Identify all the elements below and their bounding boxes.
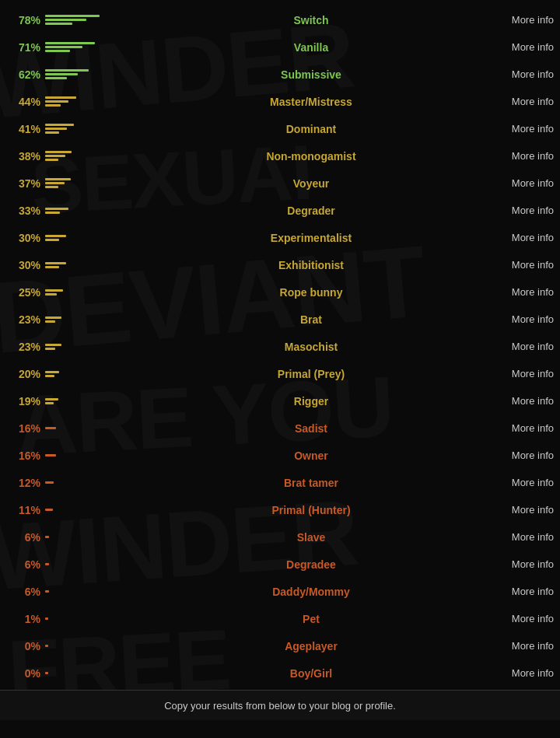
percentage: 1% [6, 613, 45, 625]
table-row: 44%Master/MistressMore info [0, 88, 560, 115]
more-info-button[interactable]: More info [484, 68, 554, 80]
role-label: Ageplayer [138, 640, 484, 652]
bar-line [45, 563, 49, 565]
more-info-button[interactable]: More info [484, 422, 554, 434]
more-info-button[interactable]: More info [484, 586, 554, 597]
role-label: Owner [138, 449, 484, 462]
more-info-button[interactable]: More info [484, 341, 554, 352]
more-info-button[interactable]: More info [484, 259, 554, 271]
bar-line [45, 375, 54, 377]
table-row: 16%OwnerMore info [0, 442, 560, 469]
table-row: 6%DegradeeMore info [0, 551, 560, 578]
bar-container [45, 344, 138, 350]
bar-line [45, 128, 67, 130]
bar-container [45, 509, 138, 511]
percentage: 6% [6, 586, 45, 598]
percentage: 44% [6, 96, 45, 108]
table-row: 23%BratMore info [0, 306, 560, 333]
bar-line [45, 481, 54, 484]
bar-line [45, 344, 61, 346]
bar-line [45, 151, 72, 153]
table-row: 20%Primal (Prey)More info [0, 360, 560, 387]
bar-container [45, 42, 138, 52]
percentage: 41% [6, 123, 45, 135]
bar-line [45, 182, 65, 184]
more-info-button[interactable]: More info [484, 395, 554, 407]
table-row: 6%SlaveMore info [0, 523, 560, 551]
bar-line [45, 317, 61, 319]
more-info-button[interactable]: More info [484, 640, 554, 652]
bar-container [45, 208, 138, 214]
more-info-button[interactable]: More info [484, 14, 554, 26]
bar-line [45, 266, 59, 268]
role-label: Voyeur [138, 177, 484, 190]
bar-line [45, 289, 63, 292]
bar-line [45, 590, 49, 593]
more-info-button[interactable]: More info [484, 613, 554, 624]
table-row: 33%DegraderMore info [0, 197, 560, 224]
bar-line [45, 100, 68, 103]
more-info-button[interactable]: More info [484, 177, 554, 189]
table-row: 1%PetMore info [0, 605, 560, 632]
more-info-button[interactable]: More info [484, 41, 554, 53]
table-row: 78%SwitchMore info [0, 6, 560, 33]
more-info-button[interactable]: More info [484, 477, 554, 488]
role-label: Exhibitionist [138, 259, 484, 271]
bar-container [45, 590, 138, 593]
percentage: 20% [6, 368, 45, 380]
bar-container [45, 262, 138, 268]
bar-line [45, 239, 59, 241]
bar-container [45, 96, 138, 107]
percentage: 0% [6, 667, 45, 680]
percentage: 25% [6, 286, 45, 299]
bar-line [45, 235, 66, 237]
more-info-button[interactable]: More info [484, 449, 554, 461]
more-info-button[interactable]: More info [484, 96, 554, 107]
more-info-button[interactable]: More info [484, 205, 554, 216]
more-info-button[interactable]: More info [484, 232, 554, 243]
role-label: Experimentalist [138, 232, 484, 244]
more-info-button[interactable]: More info [484, 504, 554, 516]
bar-container [45, 289, 138, 296]
more-info-button[interactable]: More info [484, 150, 554, 162]
bar-line [45, 96, 76, 99]
bar-line [45, 124, 74, 126]
more-info-button[interactable]: More info [484, 313, 554, 325]
bar-container [45, 563, 138, 565]
more-info-button[interactable]: More info [484, 558, 554, 570]
bar-line [45, 398, 58, 400]
percentage: 30% [6, 232, 45, 244]
bar-container [45, 371, 138, 377]
more-info-button[interactable]: More info [484, 123, 554, 135]
table-row: 12%Brat tamerMore info [0, 469, 560, 496]
bar-line [45, 104, 61, 107]
percentage: 19% [6, 395, 45, 407]
more-info-button[interactable]: More info [484, 667, 554, 679]
role-label: Submissive [138, 68, 484, 81]
percentage: 23% [6, 341, 45, 353]
percentage: 62% [6, 68, 45, 81]
role-label: Degrader [138, 205, 484, 217]
bar-line [45, 155, 65, 157]
percentage: 23% [6, 313, 45, 326]
role-label: Rope bunny [138, 286, 484, 299]
role-label: Masochist [138, 341, 484, 353]
bar-line [45, 454, 56, 456]
bar-line [45, 178, 71, 180]
bar-line [45, 186, 58, 188]
role-label: Vanilla [138, 41, 484, 54]
table-row: 23%MasochistMore info [0, 333, 560, 360]
percentage: 16% [6, 422, 45, 435]
more-info-button[interactable]: More info [484, 286, 554, 298]
role-label: Master/Mistress [138, 96, 484, 108]
percentage: 71% [6, 41, 45, 54]
percentage: 11% [6, 504, 45, 516]
footer-text: Copy your results from below to your blo… [164, 700, 396, 712]
bar-line [45, 402, 54, 404]
more-info-button[interactable]: More info [484, 368, 554, 379]
table-row: 71%VanillaMore info [0, 33, 560, 61]
bar-line [45, 348, 55, 350]
bar-container [45, 617, 138, 620]
bar-container [45, 481, 138, 484]
more-info-button[interactable]: More info [484, 531, 554, 543]
